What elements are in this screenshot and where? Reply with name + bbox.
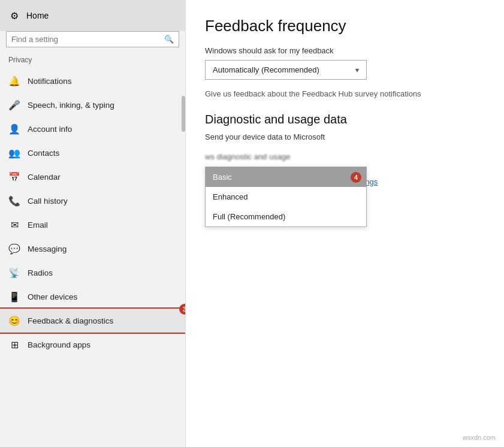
sidebar-item-notifications[interactable]: 🔔 Notifications — [0, 69, 185, 93]
chevron-down-icon: ▾ — [355, 66, 359, 74]
sidebar-item-label: Radios — [28, 268, 53, 277]
feedback-icon: 😊 — [8, 315, 20, 327]
sidebar-item-label: Notifications — [28, 77, 72, 86]
option-full-label: Full (Recommended) — [213, 212, 285, 221]
contacts-icon: 👥 — [8, 147, 20, 159]
sidebar-item-messaging[interactable]: 💬 Messaging — [0, 237, 185, 261]
option-enhanced[interactable]: Enhanced — [206, 187, 366, 207]
badge-4: 4 — [351, 172, 361, 183]
privacy-label: Privacy — [0, 53, 185, 69]
call-history-icon: 📞 — [8, 195, 20, 207]
messaging-icon: 💬 — [8, 243, 20, 255]
search-container: 🔍 — [6, 31, 179, 47]
radios-icon: 📡 — [8, 267, 20, 279]
sidebar-item-label: Call history — [28, 197, 68, 206]
option-full[interactable]: Full (Recommended) — [206, 207, 366, 226]
calendar-icon: 📅 — [8, 171, 20, 183]
send-label: Send your device data to Microsoft — [205, 132, 485, 141]
sidebar: ⚙ Home 🔍 Privacy 🔔 Notifications 🎤 Speec… — [0, 0, 186, 447]
watermark: wsxdn.com — [463, 434, 496, 441]
sidebar-item-label: Contacts — [28, 149, 59, 158]
sidebar-item-label: Calendar — [28, 173, 61, 182]
usage-text-content: ws diagnostic and usage — [205, 152, 290, 161]
account-icon: 👤 — [8, 123, 20, 135]
sidebar-item-speech[interactable]: 🎤 Speech, inking, & typing — [0, 93, 185, 117]
background-apps-icon: ⊞ — [8, 339, 20, 351]
home-label: Home — [26, 11, 49, 20]
feedback-dropdown-value: Automatically (Recommended) — [213, 65, 319, 74]
sidebar-item-label: Speech, inking, & typing — [28, 101, 114, 110]
sidebar-item-account-info[interactable]: 👤 Account info — [0, 117, 185, 141]
page-title: Feedback frequency — [205, 17, 485, 35]
sidebar-item-feedback[interactable]: 😊 Feedback & diagnostics 3 — [0, 309, 185, 333]
other-devices-icon: 📱 — [8, 291, 20, 303]
home-nav-item[interactable]: ⚙ Home — [0, 0, 185, 31]
sidebar-item-contacts[interactable]: 👥 Contacts — [0, 141, 185, 165]
option-enhanced-label: Enhanced — [213, 192, 248, 201]
sidebar-item-call-history[interactable]: 📞 Call history — [0, 189, 185, 213]
usage-text: ws diagnostic and usage — [205, 151, 481, 163]
sidebar-item-label: Background apps — [28, 340, 90, 349]
home-icon: ⚙ — [8, 10, 20, 22]
sidebar-item-label: Email — [28, 221, 48, 229]
scrollbar[interactable] — [182, 96, 185, 132]
diagnostic-title: Diagnostic and usage data — [205, 113, 485, 126]
sidebar-item-background-apps[interactable]: ⊞ Background apps — [0, 333, 185, 357]
sidebar-item-radios[interactable]: 📡 Radios — [0, 261, 185, 285]
main-content: Feedback frequency Windows should ask fo… — [186, 0, 504, 447]
sidebar-item-other-devices[interactable]: 📱 Other devices — [0, 285, 185, 309]
feedback-frequency-dropdown[interactable]: Automatically (Recommended) ▾ — [205, 60, 367, 80]
feedback-hint: Give us feedback about the Feedback Hub … — [205, 89, 485, 98]
badge-3: 3 — [179, 304, 185, 315]
sidebar-item-label: Feedback & diagnostics — [28, 316, 113, 325]
sidebar-item-calendar[interactable]: 📅 Calendar — [0, 165, 185, 189]
diagnostic-dropdown-menu: Basic 4 Enhanced Full (Recommended) — [205, 167, 367, 227]
feedback-dropdown-container: Automatically (Recommended) ▾ — [205, 60, 485, 80]
search-input[interactable] — [11, 35, 161, 44]
sidebar-item-email[interactable]: ✉ Email — [0, 213, 185, 237]
sidebar-item-label: Other devices — [28, 292, 77, 301]
option-basic[interactable]: Basic 4 — [206, 167, 366, 187]
option-basic-label: Basic — [213, 173, 232, 182]
sidebar-item-label: Account info — [28, 125, 72, 134]
sidebar-item-label: Messaging — [28, 244, 67, 253]
speech-icon: 🎤 — [8, 99, 20, 111]
notifications-icon: 🔔 — [8, 75, 20, 87]
search-icon: 🔍 — [164, 35, 174, 44]
email-icon: ✉ — [8, 219, 20, 231]
nav-list: 🔔 Notifications 🎤 Speech, inking, & typi… — [0, 69, 185, 447]
feedback-label: Windows should ask for my feedback — [205, 46, 485, 55]
